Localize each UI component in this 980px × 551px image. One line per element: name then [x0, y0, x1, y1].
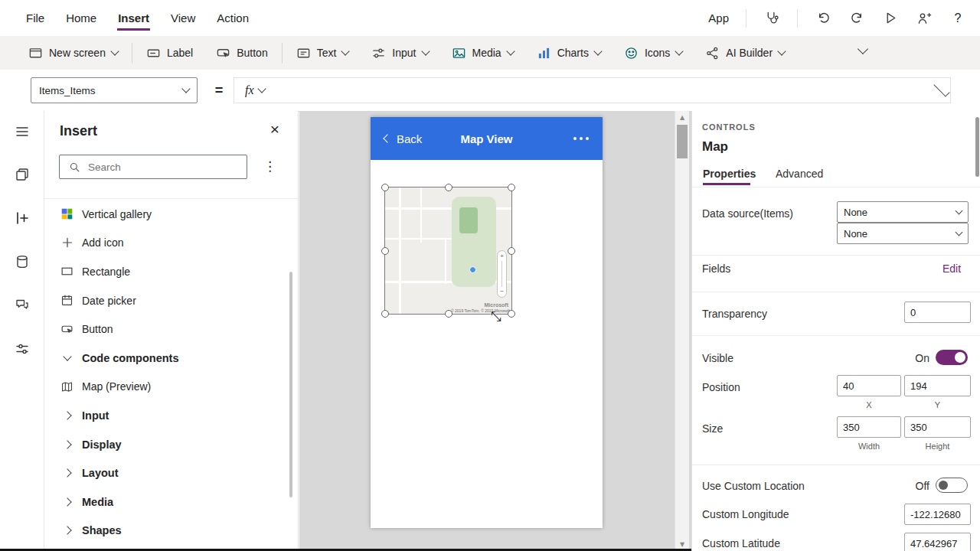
app-checker-icon[interactable] — [763, 10, 780, 27]
position-x-input[interactable] — [837, 375, 901, 396]
custom-location-toggle[interactable] — [936, 478, 968, 493]
ribbon-media[interactable]: Media — [440, 36, 525, 70]
comments-icon[interactable] — [13, 295, 31, 314]
play-icon[interactable] — [882, 10, 899, 27]
insert-category-input[interactable]: Input — [44, 401, 298, 430]
edit-fields-link[interactable]: Edit — [942, 262, 961, 275]
formula-input[interactable] — [265, 78, 933, 103]
menu-view[interactable]: View — [160, 0, 206, 36]
app-screen-header: Back Map View — [371, 117, 603, 160]
ribbon-label: Label — [167, 47, 193, 59]
data-source-dropdown-2[interactable]: None — [837, 223, 969, 244]
screen-menu-icon[interactable] — [573, 137, 589, 140]
insert-item-button[interactable]: Button — [44, 315, 298, 344]
menu-action[interactable]: Action — [206, 0, 260, 36]
ribbon-button-item[interactable]: Button — [204, 36, 279, 70]
resize-handle-s[interactable] — [445, 310, 452, 318]
insert-item-vertical-gallery[interactable]: Vertical gallery — [44, 200, 298, 229]
ribbon-charts[interactable]: Charts — [525, 36, 612, 70]
insert-item-date-picker[interactable]: Date picker — [44, 286, 298, 315]
fx-label[interactable]: fx — [234, 83, 259, 97]
map-zoom-control[interactable]: + − — [497, 250, 507, 298]
insert-item-map-preview[interactable]: Map (Preview) — [44, 373, 298, 402]
transparency-input[interactable] — [904, 302, 971, 323]
ribbon-label: Text — [317, 47, 337, 59]
size-width-input[interactable] — [837, 416, 901, 438]
resize-handle-w[interactable] — [381, 247, 389, 255]
ribbon-label-item[interactable]: Label — [135, 36, 204, 70]
position-y-input[interactable] — [904, 375, 971, 396]
map-road — [420, 187, 422, 243]
divider — [44, 198, 298, 199]
formula-expand-icon[interactable] — [933, 80, 949, 96]
more-options-icon[interactable]: ⋮ — [263, 158, 276, 174]
tree-view-icon[interactable] — [13, 165, 31, 184]
zoom-out-icon[interactable]: − — [500, 289, 504, 295]
equals-sign: = — [208, 70, 230, 111]
zoom-in-icon[interactable]: + — [500, 253, 504, 259]
ribbon-input[interactable]: Input — [360, 36, 439, 70]
redo-icon[interactable] — [848, 10, 865, 27]
resize-handle-n[interactable] — [445, 184, 452, 191]
canvas-area[interactable]: Back Map View + − — [299, 111, 691, 551]
map-control[interactable]: + − Microsoft © 2019 TomTom, © 2019 Micr… — [385, 187, 511, 314]
ribbon-label: Media — [472, 47, 501, 59]
insert-category-display[interactable]: Display — [44, 430, 298, 459]
insert-category-media[interactable]: Media — [44, 487, 298, 517]
hamburger-icon[interactable] — [13, 122, 31, 141]
resize-handle-sw[interactable] — [381, 310, 389, 318]
resize-handle-nw[interactable] — [381, 184, 389, 191]
resize-handle-se[interactable] — [508, 310, 515, 318]
properties-scrollbar-thumb[interactable] — [975, 117, 979, 177]
zoom-slider[interactable] — [501, 261, 502, 287]
tab-advanced[interactable]: Advanced — [776, 168, 823, 180]
ribbon-ai-builder[interactable]: AI Builder — [694, 36, 796, 70]
insert-icon[interactable] — [13, 209, 31, 227]
size-height-input[interactable] — [904, 416, 971, 438]
menu-insert[interactable]: Insert — [107, 0, 160, 36]
search-box[interactable] — [59, 155, 247, 179]
insert-category-layout[interactable]: Layout — [44, 458, 298, 487]
share-person-icon[interactable] — [916, 10, 933, 27]
data-sources-icon[interactable] — [13, 253, 31, 271]
icons-icon — [624, 46, 639, 60]
help-icon[interactable]: ? — [949, 10, 966, 27]
property-selector-dropdown[interactable]: Items_Items — [31, 77, 198, 103]
data-source-label: Data source(Items) — [702, 207, 793, 220]
menu-file[interactable]: File — [15, 0, 55, 36]
insert-item-add-icon[interactable]: Add icon — [44, 229, 298, 258]
properties-panel: CONTROLS Map Properties Advanced Data so… — [691, 111, 980, 551]
ribbon-text[interactable]: Text — [285, 36, 361, 70]
close-icon[interactable]: × — [266, 120, 284, 139]
insert-panel-scrollbar[interactable] — [289, 272, 292, 497]
settings-sliders-icon[interactable] — [13, 340, 31, 358]
menu-home[interactable]: Home — [55, 0, 107, 36]
ribbon-collapse-icon[interactable] — [858, 44, 868, 54]
insert-category-code-components[interactable]: Code components — [44, 344, 298, 373]
map-preview[interactable]: + − Microsoft © 2019 TomTom, © 2019 Micr… — [385, 187, 511, 314]
resize-handle-ne[interactable] — [508, 184, 515, 191]
ribbon-icons[interactable]: Icons — [612, 36, 694, 70]
custom-latitude-input[interactable] — [904, 533, 971, 551]
calendar-icon — [60, 294, 74, 307]
app-screen[interactable]: Back Map View — [371, 117, 603, 528]
back-label: Back — [397, 132, 422, 145]
insert-item-rectangle[interactable]: Rectangle — [44, 257, 298, 286]
chevron-down-icon — [956, 207, 963, 214]
tab-properties[interactable]: Properties — [703, 168, 756, 180]
app-menu[interactable]: App — [708, 11, 729, 24]
scroll-up-icon[interactable]: ▲ — [675, 111, 689, 124]
back-button[interactable]: Back — [371, 132, 422, 145]
undo-icon[interactable] — [815, 10, 831, 27]
ribbon-new-screen[interactable]: New screen — [17, 36, 129, 70]
search-input[interactable] — [87, 161, 247, 174]
data-source-dropdown-1[interactable]: None — [837, 201, 969, 223]
scrollbar-thumb[interactable] — [677, 125, 688, 158]
visible-toggle[interactable] — [936, 350, 968, 365]
resize-handle-e[interactable] — [508, 247, 515, 255]
map-road — [445, 238, 446, 284]
custom-longitude-input[interactable] — [904, 504, 971, 525]
canvas-scrollbar[interactable]: ▲ ▼ — [675, 111, 689, 551]
divider — [746, 9, 746, 28]
insert-category-shapes[interactable]: Shapes — [44, 517, 298, 546]
